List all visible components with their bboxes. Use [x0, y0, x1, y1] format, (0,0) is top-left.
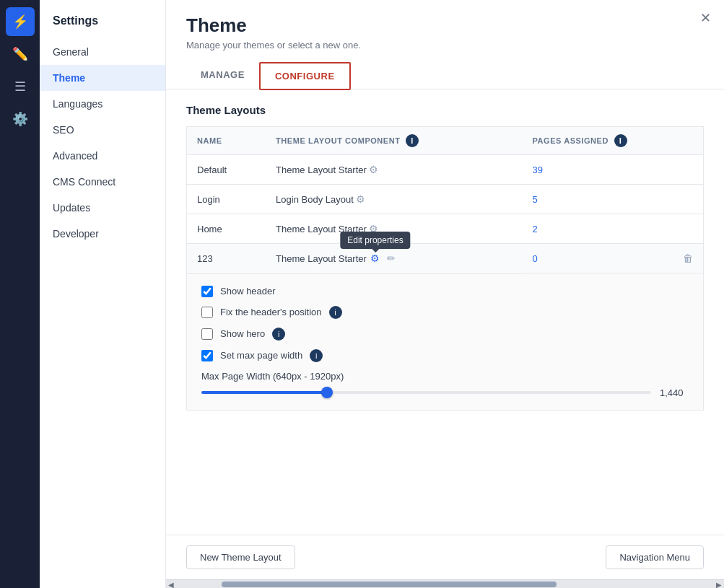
component-info-icon[interactable]: i [406, 134, 419, 147]
slider-track [201, 391, 651, 394]
tooltip-box: Edit properties [340, 232, 410, 249]
show-header-checkbox[interactable] [201, 286, 213, 297]
gear-icon-default[interactable]: ⚙ [369, 164, 378, 175]
pages-info-icon[interactable]: i [614, 134, 627, 147]
pages-link-login[interactable]: 5 [533, 194, 538, 205]
scroll-left-arrow[interactable]: ◀ [166, 580, 176, 588]
row-component-default: Theme Layout Starter ⚙ [266, 155, 522, 185]
edit-icon-btn[interactable]: ✏️ [6, 40, 35, 69]
slider-value: 1,440 [660, 387, 689, 398]
row-pages-home: 2 [523, 214, 704, 244]
gear-icon-login[interactable]: ⚙ [356, 193, 365, 205]
row-name-login: Login [187, 185, 266, 214]
bottom-scrollbar: ◀ ▶ [166, 579, 724, 588]
theme-layouts-table: NAME THEME LAYOUT COMPONENT i PAGES ASSI… [186, 126, 704, 411]
row-name-home: Home [187, 214, 266, 244]
expanded-options-row: Show header Fix the header's position i [187, 273, 704, 410]
tab-configure[interactable]: CONFIGURE [259, 62, 351, 90]
trash-icon-123[interactable]: 🗑 [683, 253, 693, 264]
expanded-options-cell: Show header Fix the header's position i [187, 273, 704, 410]
option-fix-header: Fix the header's position i [201, 306, 689, 319]
sidebar-item-seo[interactable]: SEO [40, 117, 165, 143]
main-header: Theme Manage your themes or select a new… [166, 0, 724, 89]
row-pages-login: 5 [523, 185, 704, 214]
col-pages: PAGES ASSIGNED i [523, 127, 704, 155]
slider-label: Max Page Width (640px - 1920px) [201, 371, 689, 382]
footer: New Theme Layout Navigation Menu [166, 535, 724, 579]
show-hero-checkbox[interactable] [201, 328, 213, 340]
content-area: Theme Layouts NAME THEME LAYOUT COMPONEN… [166, 89, 724, 535]
row-pages-123: 0 🗑 [523, 244, 704, 273]
sidebar-item-developer[interactable]: Developer [40, 221, 165, 247]
slider-thumb[interactable] [321, 387, 333, 398]
col-component: THEME LAYOUT COMPONENT i [266, 127, 522, 155]
sidebar: Settings General Theme Languages SEO Adv… [40, 0, 166, 588]
row-component-login: Login Body Layout ⚙ [266, 185, 522, 214]
close-button[interactable]: ✕ [700, 10, 711, 26]
sidebar-item-cms-connect[interactable]: CMS Connect [40, 169, 165, 195]
col-name: NAME [187, 127, 266, 155]
navigation-menu-button[interactable]: Navigation Menu [606, 545, 704, 569]
slider-fill [201, 391, 327, 394]
row-component-123: Theme Layout Starter ⚙ Edit properties ✏ [266, 244, 522, 274]
show-hero-info-icon[interactable]: i [272, 328, 285, 341]
fix-header-info-icon[interactable]: i [329, 306, 342, 319]
slider-row: 1,440 [201, 387, 689, 398]
sidebar-title: Settings [40, 7, 165, 39]
tab-manage[interactable]: MANAGE [186, 62, 259, 89]
sidebar-item-theme[interactable]: Theme [40, 65, 165, 91]
show-header-label: Show header [220, 286, 276, 297]
menu-icon-btn[interactable]: ☰ [6, 72, 35, 101]
lightning-icon-btn[interactable]: ⚡ [6, 7, 35, 36]
table-row: Default Theme Layout Starter ⚙ 39 [187, 155, 704, 185]
slider-section: Max Page Width (640px - 1920px) 1,440 [201, 371, 689, 398]
set-max-width-label: Set max page width [220, 350, 302, 361]
table-row: Login Login Body Layout ⚙ 5 [187, 185, 704, 214]
sidebar-item-advanced[interactable]: Advanced [40, 143, 165, 169]
new-theme-layout-button[interactable]: New Theme Layout [186, 545, 295, 569]
section-title: Theme Layouts [186, 104, 704, 116]
row-name-123: 123 [187, 244, 266, 274]
option-set-max-width: Set max page width i [201, 349, 689, 362]
tabs: MANAGE CONFIGURE [186, 62, 704, 89]
gear-icon-btn[interactable]: ⚙️ [6, 105, 35, 133]
pages-link-home[interactable]: 2 [533, 224, 538, 234]
tooltip-container: ⚙ Edit properties [370, 253, 380, 264]
main-content: ✕ Theme Manage your themes or select a n… [166, 0, 724, 588]
sidebar-item-languages[interactable]: Languages [40, 91, 165, 117]
fix-header-checkbox[interactable] [201, 307, 213, 318]
option-show-hero: Show hero i [201, 328, 689, 341]
page-title: Theme [186, 14, 704, 37]
option-show-header: Show header [201, 286, 689, 297]
icon-bar: ⚡ ✏️ ☰ ⚙️ [0, 0, 40, 588]
set-max-width-checkbox[interactable] [201, 350, 213, 361]
pages-link-123[interactable]: 0 [533, 253, 538, 264]
table-row: Home Theme Layout Starter ⚙ 2 [187, 214, 704, 244]
show-hero-label: Show hero [220, 328, 265, 339]
sidebar-item-general[interactable]: General [40, 39, 165, 65]
table-row-expanded: 123 Theme Layout Starter ⚙ Edit properti… [187, 244, 704, 274]
set-max-width-info-icon[interactable]: i [310, 349, 323, 362]
fix-header-label: Fix the header's position [220, 307, 322, 317]
sidebar-item-updates[interactable]: Updates [40, 195, 165, 221]
scroll-right-arrow[interactable]: ▶ [714, 580, 724, 588]
row-name-default: Default [187, 155, 266, 185]
edit-icon-123[interactable]: ✏ [387, 253, 396, 264]
pages-link-default[interactable]: 39 [533, 164, 543, 175]
scrollbar-thumb[interactable] [222, 582, 557, 587]
expanded-options: Show header Fix the header's position i [187, 274, 703, 410]
row-pages-default: 39 [523, 155, 704, 185]
page-subtitle: Manage your themes or select a new one. [186, 40, 704, 51]
